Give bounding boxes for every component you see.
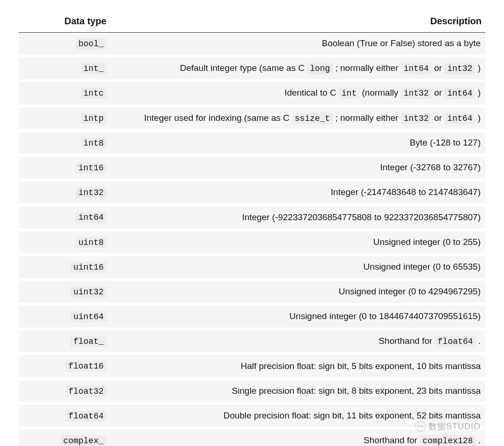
cell-data-type: uint8 <box>19 230 118 255</box>
dtype-code: uint16 <box>70 262 106 273</box>
cell-data-type: bool_ <box>19 33 118 56</box>
table-row: int64Integer (-9223372036854775808 to 92… <box>19 205 485 230</box>
cell-description: Double precision float: sign bit, 11 bit… <box>118 404 485 428</box>
cell-description: Integer (-32768 to 32767) <box>118 155 485 180</box>
dtype-code: int8 <box>81 138 106 149</box>
cell-data-type: int32 <box>19 180 118 205</box>
table-row: uint8Unsigned integer (0 to 255) <box>19 230 485 255</box>
dtype-code: intp <box>81 113 106 124</box>
inline-code: int32 <box>444 63 475 74</box>
cell-data-type: float64 <box>19 404 118 428</box>
cell-description: Integer (-9223372036854775808 to 9223372… <box>118 205 485 230</box>
inline-code: complex128 <box>420 435 476 446</box>
cell-description: Boolean (True or False) stored as a byte <box>118 33 485 56</box>
inline-code: int32 <box>401 88 432 99</box>
dtype-code: uint32 <box>70 286 106 298</box>
cell-data-type: uint64 <box>19 304 118 329</box>
cell-description: Identical to C int (normally int32 or in… <box>118 81 485 105</box>
dtype-code: float16 <box>65 361 106 372</box>
cell-description: Integer (-2147483648 to 2147483647) <box>118 180 485 205</box>
table-row: int32Integer (-2147483648 to 2147483647) <box>19 180 485 205</box>
cell-description: Unsigned integer (0 to 65535) <box>118 255 485 279</box>
dtype-code: complex_ <box>61 435 106 446</box>
dtype-code: intc <box>81 88 106 99</box>
table-row: float_Shorthand for float64 . <box>19 329 485 354</box>
dtype-code: uint64 <box>70 311 106 322</box>
header-data-type: Data type <box>19 11 118 33</box>
cell-description: Unsigned integer (0 to 255) <box>118 230 485 255</box>
cell-description: Unsigned integer (0 to 18446744073709551… <box>118 304 485 329</box>
table-row: int_Default integer type (same as C long… <box>19 56 485 81</box>
table-row: complex_Shorthand for complex128 . <box>19 428 485 446</box>
inline-code: float64 <box>435 336 476 347</box>
inline-code: int64 <box>401 63 432 74</box>
cell-data-type: int8 <box>19 131 118 155</box>
dtype-code: uint8 <box>76 237 106 248</box>
table-body: bool_Boolean (True or False) stored as a… <box>19 33 485 446</box>
cell-data-type: float32 <box>19 379 118 404</box>
table-row: uint16Unsigned integer (0 to 65535) <box>19 255 485 279</box>
cell-description: Default integer type (same as C long ; n… <box>118 56 485 81</box>
table-row: uint64Unsigned integer (0 to 18446744073… <box>19 304 485 329</box>
inline-code: int32 <box>401 113 432 124</box>
header-description: Description <box>118 11 485 33</box>
cell-description: Shorthand for float64 . <box>118 329 485 354</box>
cell-description: Unsigned integer (0 to 4294967295) <box>118 279 485 304</box>
cell-description: Single precision float: sign bit, 8 bits… <box>118 379 485 404</box>
cell-description: Integer used for indexing (same as C ssi… <box>118 106 485 131</box>
dtype-code: int64 <box>76 212 106 223</box>
table-header-row: Data type Description <box>19 11 485 33</box>
table-row: intpInteger used for indexing (same as C… <box>19 106 485 131</box>
inline-code: ssize_t <box>292 113 333 124</box>
dtype-code: float64 <box>65 411 106 422</box>
dtype-table: Data type Description bool_Boolean (True… <box>19 11 485 446</box>
cell-description: Half precision float: sign bit, 5 bits e… <box>118 354 485 378</box>
dtype-code: int16 <box>76 162 106 174</box>
table-row: float64Double precision float: sign bit,… <box>19 404 485 428</box>
table-row: int8Byte (-128 to 127) <box>19 131 485 155</box>
table-row: bool_Boolean (True or False) stored as a… <box>19 33 485 56</box>
cell-description: Shorthand for complex128 . <box>118 428 485 446</box>
cell-data-type: complex_ <box>19 428 118 446</box>
table-row: uint32Unsigned integer (0 to 4294967295) <box>19 279 485 304</box>
cell-data-type: uint16 <box>19 255 118 279</box>
table-row: intcIdentical to C int (normally int32 o… <box>19 81 485 105</box>
dtype-code: float_ <box>70 336 106 347</box>
cell-description: Byte (-128 to 127) <box>118 131 485 155</box>
inline-code: int64 <box>444 113 475 124</box>
dtype-code: int_ <box>81 63 106 74</box>
table-row: float16Half precision float: sign bit, 5… <box>19 354 485 378</box>
cell-data-type: int64 <box>19 205 118 230</box>
cell-data-type: float16 <box>19 354 118 378</box>
table-row: int16Integer (-32768 to 32767) <box>19 155 485 180</box>
inline-code: int <box>339 88 359 99</box>
dtype-code: int32 <box>76 187 106 198</box>
dtype-code: float32 <box>65 386 106 397</box>
page-content: Data type Description bool_Boolean (True… <box>0 0 504 446</box>
cell-data-type: float_ <box>19 329 118 354</box>
cell-data-type: intc <box>19 81 118 105</box>
dtype-code: bool_ <box>76 38 106 49</box>
cell-data-type: uint32 <box>19 279 118 304</box>
inline-code: long <box>307 63 333 74</box>
table-row: float32Single precision float: sign bit,… <box>19 379 485 404</box>
cell-data-type: int_ <box>19 56 118 81</box>
cell-data-type: intp <box>19 106 118 131</box>
inline-code: int64 <box>444 88 475 99</box>
cell-data-type: int16 <box>19 155 118 180</box>
